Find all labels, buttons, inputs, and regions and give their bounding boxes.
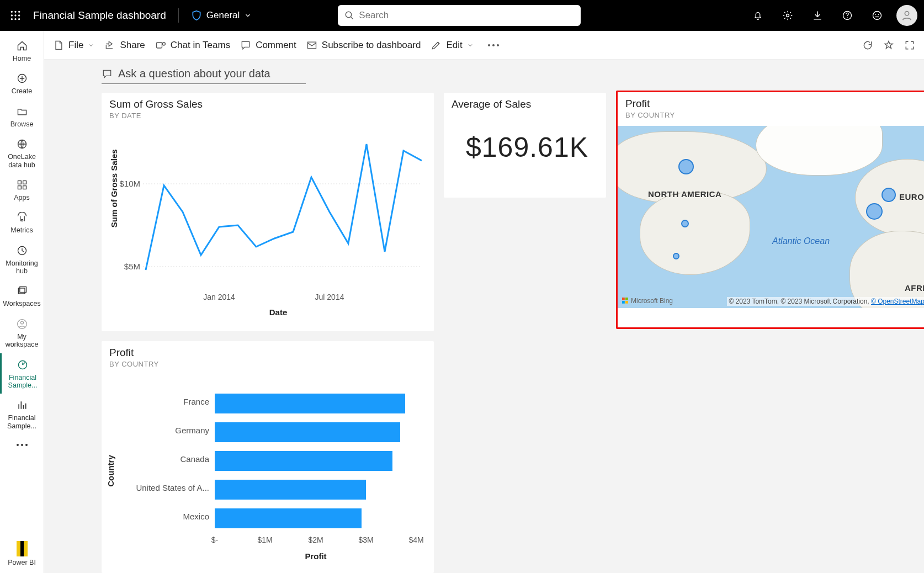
svg-rect-33 <box>156 43 162 48</box>
svg-text:Mexico: Mexico <box>183 512 209 521</box>
nav-apps[interactable]: Apps <box>0 173 44 206</box>
svg-point-7 <box>14 18 16 20</box>
tile-title: Profit <box>109 347 426 360</box>
edit-menu[interactable]: Edit <box>431 40 473 51</box>
xtick-jan: Jan 2014 <box>203 293 235 301</box>
tile-subtitle: BY DATE <box>109 112 426 120</box>
refresh-button[interactable] <box>862 40 873 51</box>
nav-onelake[interactable]: OneLake data hub <box>0 132 44 173</box>
share-icon <box>104 40 115 51</box>
svg-rect-26 <box>19 287 26 293</box>
bubble-mexico[interactable] <box>673 253 679 259</box>
line-chart-svg: $10M $5M Jan 2014 Jul 2014 Date <box>102 123 427 327</box>
fullscreen-button[interactable] <box>904 40 915 51</box>
svg-rect-42 <box>625 298 628 300</box>
tile-subtitle: BY COUNTRY <box>625 111 924 119</box>
map-visual[interactable]: NORTH AMERICA EUROPE AFRICA Atlantic Oce… <box>618 126 924 308</box>
bubble-canada[interactable] <box>678 159 694 174</box>
account-button[interactable] <box>896 5 917 26</box>
map-label-ocean: Atlantic Ocean <box>772 236 830 246</box>
sensitivity-dropdown[interactable]: General <box>191 10 252 21</box>
svg-point-16 <box>905 12 909 15</box>
tile-title: Sum of Gross Sales <box>109 98 426 112</box>
feedback-button[interactable] <box>867 5 888 26</box>
favorite-button[interactable] <box>883 40 894 51</box>
help-button[interactable] <box>837 5 858 26</box>
nav-financial-sample-dashboard[interactable]: Financial Sample... <box>0 353 44 394</box>
downloads-button[interactable] <box>807 5 828 26</box>
svg-rect-52 <box>215 422 400 442</box>
search-input[interactable] <box>359 10 574 21</box>
notifications-button[interactable] <box>747 5 768 26</box>
tile-kpi-avg-sales[interactable]: Average of Sales $169.61K <box>444 93 606 198</box>
refresh-icon <box>862 40 873 51</box>
svg-point-4 <box>14 14 16 16</box>
tile-gross-sales-line[interactable]: Sum of Gross Sales BY DATE Sum of Gross … <box>102 93 434 331</box>
svg-point-10 <box>787 14 789 17</box>
edit-icon <box>431 40 442 51</box>
nav-workspaces[interactable]: Workspaces <box>0 279 44 312</box>
nav-monitoring[interactable]: Monitoring hub <box>0 239 44 280</box>
map-attribution: © 2023 TomTom, © 2023 Microsoft Corporat… <box>727 297 924 306</box>
map-label-eu: EUROPE <box>899 192 924 201</box>
svg-rect-35 <box>307 42 316 49</box>
bubble-france[interactable] <box>866 203 883 220</box>
svg-point-3 <box>11 14 13 16</box>
settings-button[interactable] <box>777 5 798 26</box>
svg-point-36 <box>488 44 490 46</box>
nav-my-workspace[interactable]: My workspace <box>0 312 44 353</box>
x-axis-label: Date <box>269 307 288 317</box>
svg-rect-54 <box>215 480 366 500</box>
svg-rect-55 <box>215 508 362 528</box>
main-area: File Share Chat in Teams Comment Subscri… <box>44 31 924 573</box>
svg-point-8 <box>18 18 20 20</box>
qa-input[interactable]: Ask a question about your data <box>102 67 306 84</box>
svg-point-31 <box>21 444 23 446</box>
bubble-germany[interactable] <box>881 188 896 202</box>
svg-point-1 <box>14 11 16 13</box>
sensitivity-label: General <box>206 10 240 21</box>
ytick-5m: $5M <box>124 262 140 271</box>
svg-rect-53 <box>215 451 392 471</box>
app-launcher-button[interactable] <box>7 7 24 24</box>
nav-more[interactable] <box>15 434 29 455</box>
tile-profit-map[interactable]: Profit BY COUNTRY NORTH AMERICA EUROPE A… <box>616 91 924 329</box>
subscribe-button[interactable]: Subscribe to dashboard <box>306 40 421 51</box>
svg-rect-44 <box>625 301 628 304</box>
ytick-10m: $10M <box>119 179 140 188</box>
svg-point-32 <box>25 444 28 446</box>
nav-metrics[interactable]: Metrics <box>0 206 44 238</box>
share-button[interactable]: Share <box>104 40 145 51</box>
chevron-down-icon <box>244 12 252 19</box>
svg-point-5 <box>18 14 20 16</box>
svg-rect-22 <box>23 186 26 189</box>
global-search[interactable] <box>338 5 581 26</box>
comment-button[interactable]: Comment <box>240 40 296 51</box>
osm-link[interactable]: © OpenStreetMap <box>871 298 924 305</box>
fullscreen-icon <box>904 40 915 51</box>
svg-text:Profit: Profit <box>305 551 326 561</box>
svg-point-38 <box>497 44 499 46</box>
bar-chart-svg: Country France Germany Canada United Sta… <box>102 372 433 570</box>
svg-rect-20 <box>23 181 26 184</box>
svg-point-14 <box>875 14 877 15</box>
svg-text:France: France <box>183 397 209 406</box>
svg-point-37 <box>492 44 495 46</box>
svg-point-15 <box>878 14 879 15</box>
nav-financial-sample-report[interactable]: Financial Sample... <box>0 394 44 434</box>
svg-text:$2M: $2M <box>308 535 323 544</box>
svg-point-6 <box>11 18 13 20</box>
nav-home[interactable]: Home <box>0 34 44 67</box>
y-axis-label: Sum of Gross Sales <box>109 149 119 227</box>
file-menu[interactable]: File <box>53 40 94 51</box>
bubble-usa[interactable] <box>681 220 689 227</box>
nav-create[interactable]: Create <box>0 67 44 99</box>
svg-point-13 <box>873 12 881 20</box>
comment-icon <box>240 40 251 51</box>
bing-logo: Microsoft Bing <box>622 297 673 305</box>
tile-profit-bar[interactable]: Profit BY COUNTRY Country France Germany… <box>102 341 434 573</box>
nav-browse[interactable]: Browse <box>0 100 44 132</box>
toolbar-more[interactable] <box>484 40 503 51</box>
chat-teams-button[interactable]: Chat in Teams <box>155 40 230 51</box>
svg-rect-43 <box>622 301 625 304</box>
